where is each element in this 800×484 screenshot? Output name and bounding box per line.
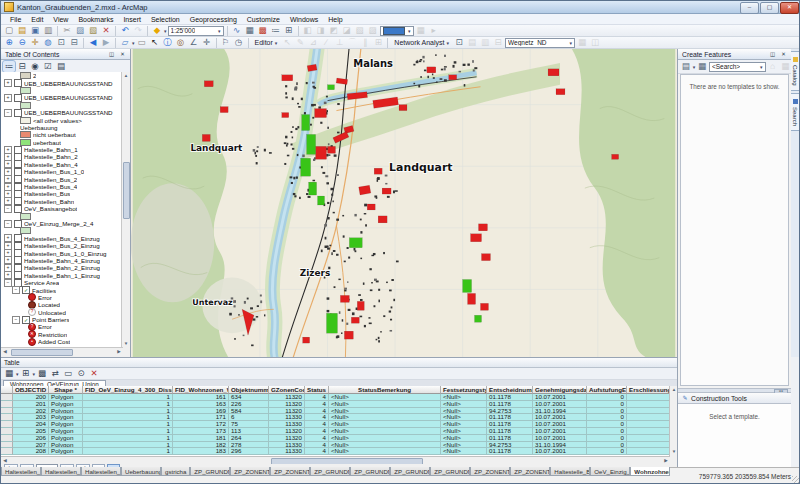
- toc-item[interactable]: −UEB_UEBERBAUUNGSSTAND: [1, 109, 123, 116]
- cell[interactable]: 4: [305, 414, 329, 421]
- table-tab-3[interactable]: Ueberbauungs...: [121, 467, 161, 476]
- zoom-out-button[interactable]: ⊖: [16, 37, 28, 48]
- zone-nicht-ueberbaut[interactable]: [548, 69, 559, 76]
- cell[interactable]: 203: [13, 414, 49, 421]
- row-selector[interactable]: [1, 421, 13, 428]
- html-popup-button[interactable]: ⚐: [220, 37, 232, 48]
- cell[interactable]: 1: [83, 435, 173, 442]
- model-builder-button[interactable]: ⊞: [283, 25, 295, 36]
- cell[interactable]: 0: [587, 428, 627, 435]
- table-tab-13[interactable]: ZP_ZONENTY...: [510, 467, 550, 476]
- cell[interactable]: 4: [305, 428, 329, 435]
- cell[interactable]: <Null>: [441, 428, 487, 435]
- georef-button-1[interactable]: ◧: [302, 25, 314, 36]
- expand-icon[interactable]: +: [4, 79, 12, 87]
- undo-button[interactable]: ↶: [119, 25, 131, 36]
- cell[interactable]: 10.07.2001: [533, 394, 587, 401]
- scroll-down-icon[interactable]: ▼: [670, 448, 678, 456]
- cell[interactable]: 01.1178: [487, 401, 533, 408]
- zone-nicht-ueberbaut[interactable]: [351, 317, 359, 323]
- na-directions-button[interactable]: ◫: [589, 37, 601, 48]
- scroll-right-icon[interactable]: ▶: [115, 348, 123, 356]
- column-header[interactable]: Status: [305, 386, 329, 394]
- row-selector[interactable]: [1, 428, 13, 435]
- go-to-xy-button[interactable]: ✛: [201, 37, 213, 48]
- table-tab-12[interactable]: ZP_ZONENTY...: [470, 467, 510, 476]
- cell[interactable]: 0: [587, 394, 627, 401]
- trace-button[interactable]: ⌒: [346, 37, 358, 48]
- toc-item[interactable]: ?Error: [1, 323, 123, 330]
- cell[interactable]: 11320: [269, 408, 305, 415]
- select-by-attributes-button[interactable]: ▩: [36, 368, 48, 379]
- table-tab-0[interactable]: Haltestellen_B...: [1, 467, 41, 476]
- list-by-source-button[interactable]: ⊟: [16, 61, 28, 72]
- cell[interactable]: 173: [173, 428, 229, 435]
- pin-icon[interactable]: ◫: [106, 49, 117, 59]
- find-button[interactable]: ◎: [175, 37, 187, 48]
- scroll-up-icon[interactable]: ▲: [122, 72, 130, 80]
- grid-vertical-scrollbar[interactable]: ▲ ▼: [669, 386, 677, 456]
- cell[interactable]: <Null>: [441, 394, 487, 401]
- cell[interactable]: 4: [305, 421, 329, 428]
- cell[interactable]: 278: [229, 442, 269, 449]
- zone-nicht-ueberbaut[interactable]: [367, 204, 375, 210]
- column-header[interactable]: FID_Wohnzonen_W123: [173, 386, 229, 394]
- column-header[interactable]: StatusBemerkung: [329, 386, 441, 394]
- table-tab-2[interactable]: Haltestellen_F...: [81, 467, 121, 476]
- menu-help[interactable]: Help: [323, 16, 347, 23]
- symbol-color-combo[interactable]: ▾: [380, 26, 414, 36]
- cell[interactable]: 634: [229, 394, 269, 401]
- zone-nicht-ueberbaut[interactable]: [357, 301, 364, 310]
- menu-edit[interactable]: Edit: [26, 16, 48, 23]
- cell[interactable]: 208: [13, 448, 49, 455]
- table-row[interactable]: 206Polygon1181264113204<Null><Null>01.11…: [1, 435, 670, 442]
- table-tab-1[interactable]: Haltestellen_B...: [41, 467, 81, 476]
- menu-bookmarks[interactable]: Bookmarks: [73, 16, 118, 23]
- cell[interactable]: 4: [305, 401, 329, 408]
- cell[interactable]: <Null>: [329, 408, 441, 415]
- cell[interactable]: 94.2753: [487, 408, 533, 415]
- cell[interactable]: <Null>: [329, 421, 441, 428]
- toc-item[interactable]: •Added Cost: [1, 338, 123, 345]
- table-tab-9[interactable]: ZP_GRUNDNU...: [350, 467, 390, 476]
- collapse-icon[interactable]: −: [4, 279, 12, 287]
- cell[interactable]: 01.1178: [487, 435, 533, 442]
- cell[interactable]: 01.1178: [487, 394, 533, 401]
- extra-button-1[interactable]: ▦: [415, 25, 427, 36]
- zone-nicht-ueberbaut[interactable]: [315, 109, 327, 118]
- zone-ueberbaut[interactable]: [309, 182, 317, 195]
- zone-nicht-ueberbaut[interactable]: [202, 134, 210, 141]
- cell[interactable]: [627, 442, 670, 449]
- zone-nicht-ueberbaut[interactable]: [399, 105, 407, 111]
- zone-ueberbaut[interactable]: [302, 115, 310, 131]
- cell[interactable]: Polygon: [49, 428, 83, 435]
- georef-button-5[interactable]: ▧: [354, 25, 366, 36]
- cell[interactable]: 182: [173, 442, 229, 449]
- cell[interactable]: 206: [13, 435, 49, 442]
- toc-item[interactable]: Error: [1, 294, 123, 301]
- cell[interactable]: Polygon: [49, 394, 83, 401]
- cell[interactable]: <Null>: [441, 442, 487, 449]
- zone-ueberbaut[interactable]: [327, 85, 334, 90]
- zone-nicht-ueberbaut[interactable]: [327, 146, 335, 153]
- redo-button[interactable]: ↷: [132, 25, 144, 36]
- cell[interactable]: 1: [83, 414, 173, 421]
- close-icon[interactable]: ✕: [778, 49, 789, 59]
- column-header[interactable]: GZonenCode: [269, 386, 305, 394]
- zone-nicht-ueberbaut[interactable]: [282, 113, 289, 118]
- cell[interactable]: 584: [229, 408, 269, 415]
- menu-file[interactable]: File: [5, 16, 26, 23]
- close-button[interactable]: ✕: [780, 2, 799, 14]
- layer-checkbox[interactable]: [14, 79, 22, 87]
- cell[interactable]: 11320: [269, 394, 305, 401]
- cell[interactable]: 296: [229, 448, 269, 455]
- cell[interactable]: 94.2753: [487, 442, 533, 449]
- paste-button[interactable]: ▧: [87, 25, 99, 36]
- row-selector[interactable]: [1, 442, 13, 449]
- cell[interactable]: 1: [83, 442, 173, 449]
- pin-icon[interactable]: ◫: [767, 49, 778, 59]
- switch-selection-button[interactable]: ⇄: [49, 368, 61, 379]
- toc-horizontal-scrollbar[interactable]: ◀ ▶: [1, 347, 123, 357]
- zone-nicht-ueberbaut[interactable]: [449, 75, 457, 80]
- zoom-to-selected-button[interactable]: ⊙: [75, 368, 87, 379]
